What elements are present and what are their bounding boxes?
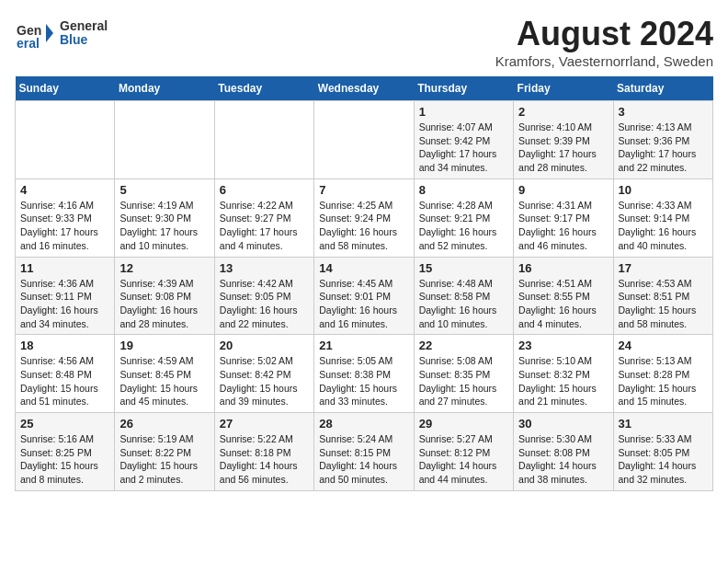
day-info: Sunrise: 4:28 AM Sunset: 9:21 PM Dayligh… (419, 199, 508, 253)
weekday-header-friday: Friday (514, 76, 613, 101)
day-info: Sunrise: 4:59 AM Sunset: 8:45 PM Dayligh… (119, 354, 209, 408)
day-number: 9 (518, 183, 608, 197)
day-info: Sunrise: 4:19 AM Sunset: 9:30 PM Dayligh… (119, 199, 209, 253)
day-number: 5 (119, 183, 209, 197)
calendar-cell: 23Sunrise: 5:10 AM Sunset: 8:32 PM Dayli… (514, 335, 613, 413)
calendar-cell: 6Sunrise: 4:22 AM Sunset: 9:27 PM Daylig… (214, 178, 313, 257)
calendar-cell: 2Sunrise: 4:10 AM Sunset: 9:39 PM Daylig… (514, 101, 613, 179)
calendar-week-row: 18Sunrise: 4:56 AM Sunset: 8:48 PM Dayli… (16, 335, 713, 413)
calendar-cell: 26Sunrise: 5:19 AM Sunset: 8:22 PM Dayli… (115, 413, 214, 491)
month-year-title: August 2024 (495, 15, 713, 53)
weekday-header-saturday: Saturday (613, 76, 712, 101)
page-header: Gen eral GeneralBlue August 2024 Kramfor… (15, 15, 713, 69)
calendar-cell: 3Sunrise: 4:13 AM Sunset: 9:36 PM Daylig… (613, 101, 712, 179)
day-info: Sunrise: 4:07 AM Sunset: 9:42 PM Dayligh… (419, 121, 508, 175)
day-number: 7 (319, 183, 408, 197)
calendar-cell: 31Sunrise: 5:33 AM Sunset: 8:05 PM Dayli… (613, 413, 712, 491)
day-number: 31 (619, 417, 708, 431)
day-info: Sunrise: 5:13 AM Sunset: 8:28 PM Dayligh… (619, 354, 708, 408)
day-info: Sunrise: 4:10 AM Sunset: 9:39 PM Dayligh… (518, 121, 608, 175)
day-number: 24 (619, 339, 708, 352)
location-subtitle: Kramfors, Vaesternorrland, Sweden (495, 53, 713, 69)
day-number: 8 (419, 183, 508, 197)
day-number: 23 (518, 339, 608, 352)
day-number: 2 (518, 105, 608, 119)
day-info: Sunrise: 4:31 AM Sunset: 9:17 PM Dayligh… (518, 199, 608, 253)
calendar-cell: 1Sunrise: 4:07 AM Sunset: 9:42 PM Daylig… (414, 101, 513, 179)
day-info: Sunrise: 4:36 AM Sunset: 9:11 PM Dayligh… (20, 277, 109, 331)
calendar-cell: 19Sunrise: 4:59 AM Sunset: 8:45 PM Dayli… (115, 335, 214, 413)
calendar-cell: 8Sunrise: 4:28 AM Sunset: 9:21 PM Daylig… (414, 178, 513, 257)
calendar-cell (314, 101, 414, 179)
day-info: Sunrise: 5:30 AM Sunset: 8:08 PM Dayligh… (518, 432, 608, 487)
day-info: Sunrise: 4:42 AM Sunset: 9:05 PM Dayligh… (220, 277, 309, 331)
calendar-cell: 24Sunrise: 5:13 AM Sunset: 8:28 PM Dayli… (613, 335, 712, 413)
logo-icon: Gen eral (15, 15, 56, 52)
day-number: 16 (518, 261, 608, 275)
weekday-header-monday: Monday (115, 76, 214, 101)
calendar-cell: 9Sunrise: 4:31 AM Sunset: 9:17 PM Daylig… (514, 178, 613, 257)
day-number: 14 (319, 261, 408, 275)
day-number: 10 (619, 183, 708, 197)
day-info: Sunrise: 5:19 AM Sunset: 8:22 PM Dayligh… (119, 432, 209, 487)
calendar-cell: 20Sunrise: 5:02 AM Sunset: 8:42 PM Dayli… (214, 335, 313, 413)
calendar-cell: 10Sunrise: 4:33 AM Sunset: 9:14 PM Dayli… (613, 178, 712, 257)
day-number: 30 (518, 417, 608, 431)
day-info: Sunrise: 5:16 AM Sunset: 8:25 PM Dayligh… (20, 432, 109, 487)
day-number: 19 (119, 339, 209, 352)
day-info: Sunrise: 4:53 AM Sunset: 8:51 PM Dayligh… (619, 277, 708, 331)
day-number: 20 (220, 339, 309, 352)
calendar-cell: 29Sunrise: 5:27 AM Sunset: 8:12 PM Dayli… (414, 413, 513, 491)
calendar-week-row: 25Sunrise: 5:16 AM Sunset: 8:25 PM Dayli… (16, 413, 713, 491)
day-number: 22 (419, 339, 508, 352)
day-number: 4 (20, 183, 109, 197)
day-number: 29 (419, 417, 508, 431)
day-info: Sunrise: 4:56 AM Sunset: 8:48 PM Dayligh… (20, 354, 109, 408)
calendar-cell: 7Sunrise: 4:25 AM Sunset: 9:24 PM Daylig… (314, 178, 414, 257)
day-info: Sunrise: 5:27 AM Sunset: 8:12 PM Dayligh… (419, 432, 508, 487)
day-info: Sunrise: 4:33 AM Sunset: 9:14 PM Dayligh… (619, 199, 708, 253)
calendar-cell: 30Sunrise: 5:30 AM Sunset: 8:08 PM Dayli… (514, 413, 613, 491)
day-info: Sunrise: 4:45 AM Sunset: 9:01 PM Dayligh… (319, 277, 408, 331)
day-number: 1 (419, 105, 508, 119)
weekday-header-sunday: Sunday (16, 76, 115, 101)
day-info: Sunrise: 4:39 AM Sunset: 9:08 PM Dayligh… (119, 277, 209, 331)
day-info: Sunrise: 4:25 AM Sunset: 9:24 PM Dayligh… (319, 199, 408, 253)
calendar-cell (115, 101, 214, 179)
calendar-cell: 28Sunrise: 5:24 AM Sunset: 8:15 PM Dayli… (314, 413, 414, 491)
calendar-cell: 14Sunrise: 4:45 AM Sunset: 9:01 PM Dayli… (314, 257, 414, 335)
day-info: Sunrise: 5:10 AM Sunset: 8:32 PM Dayligh… (518, 354, 608, 408)
day-number: 13 (220, 261, 309, 275)
day-number: 25 (20, 417, 109, 431)
day-info: Sunrise: 4:51 AM Sunset: 8:55 PM Dayligh… (518, 277, 608, 331)
logo-text: GeneralBlue (60, 19, 108, 48)
weekday-header-wednesday: Wednesday (314, 76, 414, 101)
calendar-cell: 18Sunrise: 4:56 AM Sunset: 8:48 PM Dayli… (16, 335, 115, 413)
calendar-cell: 21Sunrise: 5:05 AM Sunset: 8:38 PM Dayli… (314, 335, 414, 413)
calendar-cell: 17Sunrise: 4:53 AM Sunset: 8:51 PM Dayli… (613, 257, 712, 335)
weekday-header-tuesday: Tuesday (214, 76, 313, 101)
logo: Gen eral GeneralBlue (15, 15, 108, 52)
calendar-cell: 13Sunrise: 4:42 AM Sunset: 9:05 PM Dayli… (214, 257, 313, 335)
day-info: Sunrise: 4:16 AM Sunset: 9:33 PM Dayligh… (20, 199, 109, 253)
day-number: 12 (119, 261, 209, 275)
day-number: 17 (619, 261, 708, 275)
day-info: Sunrise: 4:22 AM Sunset: 9:27 PM Dayligh… (220, 199, 309, 253)
day-info: Sunrise: 5:05 AM Sunset: 8:38 PM Dayligh… (319, 354, 408, 408)
day-number: 18 (20, 339, 109, 352)
weekday-header-row: SundayMondayTuesdayWednesdayThursdayFrid… (16, 76, 713, 101)
calendar-cell: 16Sunrise: 4:51 AM Sunset: 8:55 PM Dayli… (514, 257, 613, 335)
day-number: 6 (220, 183, 309, 197)
calendar-cell: 27Sunrise: 5:22 AM Sunset: 8:18 PM Dayli… (214, 413, 313, 491)
day-info: Sunrise: 5:22 AM Sunset: 8:18 PM Dayligh… (220, 432, 309, 487)
calendar-week-row: 1Sunrise: 4:07 AM Sunset: 9:42 PM Daylig… (16, 101, 713, 179)
calendar-cell: 11Sunrise: 4:36 AM Sunset: 9:11 PM Dayli… (16, 257, 115, 335)
calendar-cell: 5Sunrise: 4:19 AM Sunset: 9:30 PM Daylig… (115, 178, 214, 257)
day-number: 26 (119, 417, 209, 431)
day-info: Sunrise: 5:08 AM Sunset: 8:35 PM Dayligh… (419, 354, 508, 408)
day-number: 28 (319, 417, 408, 431)
calendar-cell: 22Sunrise: 5:08 AM Sunset: 8:35 PM Dayli… (414, 335, 513, 413)
day-number: 15 (419, 261, 508, 275)
calendar-cell: 15Sunrise: 4:48 AM Sunset: 8:58 PM Dayli… (414, 257, 513, 335)
calendar-table: SundayMondayTuesdayWednesdayThursdayFrid… (15, 76, 713, 491)
